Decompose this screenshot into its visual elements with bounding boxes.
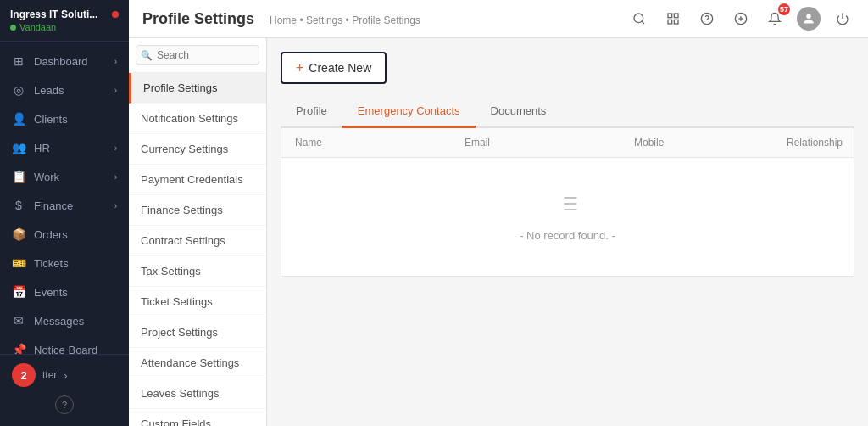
settings-item-ticket[interactable]: Ticket Settings	[129, 287, 266, 317]
chevron-icon: ›	[114, 172, 117, 182]
sidebar-item-label: Tickets	[34, 257, 69, 270]
settings-item-profile[interactable]: Profile Settings	[129, 73, 266, 104]
content-area: 🔍 Profile Settings Notification Settings…	[129, 38, 868, 426]
clients-icon: 👤	[12, 112, 25, 126]
footer-chevron: ›	[64, 369, 67, 382]
settings-item-finance[interactable]: Finance Settings	[129, 195, 266, 226]
leads-icon: ◎	[12, 83, 25, 97]
sidebar-item-noticeboard[interactable]: 📌 Notice Board	[0, 335, 129, 354]
svg-rect-3	[674, 14, 678, 18]
sidebar-item-label: HR	[34, 142, 50, 154]
grid-icon[interactable]	[661, 7, 685, 31]
settings-item-notification[interactable]: Notification Settings	[129, 104, 266, 134]
create-new-label: Create New	[309, 61, 371, 75]
sidebar-item-dashboard[interactable]: ⊞ Dashboard ›	[0, 47, 129, 76]
help-icon[interactable]: ?	[55, 395, 74, 414]
tickets-icon: 🎫	[12, 256, 25, 270]
settings-item-attendance[interactable]: Attendance Settings	[129, 348, 266, 378]
finance-icon: $	[12, 199, 25, 212]
tab-documents[interactable]: Documents	[476, 96, 562, 128]
empty-text: - No record found. -	[520, 229, 615, 242]
topbar-icons: 57	[627, 7, 854, 31]
noticeboard-icon: 📌	[12, 343, 25, 354]
sidebar-item-finance[interactable]: $ Finance ›	[0, 191, 129, 220]
online-dot	[10, 25, 16, 31]
tabs-container: Profile Emergency Contacts Documents	[281, 96, 854, 128]
settings-search-wrap: 🔍	[129, 38, 266, 73]
avatar[interactable]	[797, 7, 821, 31]
plus-icon[interactable]	[729, 7, 753, 31]
work-icon: 📋	[12, 170, 25, 183]
sidebar-item-messages[interactable]: ✉ Messages	[0, 306, 129, 335]
search-icon-small: 🔍	[141, 50, 153, 61]
table-container: Name Email Mobile Relationship Action - …	[281, 128, 854, 277]
col-mobile: Mobile	[634, 137, 787, 149]
sidebar-item-label: Work	[34, 171, 59, 183]
hr-icon: 👥	[12, 141, 25, 154]
create-new-button[interactable]: + Create New	[281, 52, 387, 84]
messages-icon: ✉	[12, 314, 25, 328]
sidebar-item-hr[interactable]: 👥 HR ›	[0, 133, 129, 162]
settings-item-tax[interactable]: Tax Settings	[129, 256, 266, 287]
notification-icon[interactable]: 57	[763, 7, 787, 31]
events-icon: 📅	[12, 285, 25, 299]
col-email: Email	[465, 137, 634, 149]
sidebar-item-events[interactable]: 📅 Events	[0, 277, 129, 306]
sidebar: Ingress IT Soluti... Vandaan ⊞ Dashboard…	[0, 0, 129, 426]
settings-sidebar: 🔍 Profile Settings Notification Settings…	[129, 38, 267, 426]
status-dot	[112, 11, 119, 18]
settings-item-contract[interactable]: Contract Settings	[129, 226, 266, 256]
sidebar-user: Vandaan	[10, 22, 119, 32]
table-header: Name Email Mobile Relationship Action	[281, 128, 854, 158]
chevron-icon: ›	[114, 143, 117, 153]
chevron-icon: ›	[114, 57, 117, 66]
app-name: Ingress IT Soluti...	[10, 8, 97, 20]
sidebar-item-tickets[interactable]: 🎫 Tickets	[0, 249, 129, 277]
col-relationship: Relationship	[787, 137, 868, 149]
sidebar-item-label: Orders	[34, 228, 68, 241]
dashboard-icon: ⊞	[12, 54, 25, 68]
help-circle-icon[interactable]	[695, 7, 719, 31]
sidebar-item-label: Clients	[34, 113, 68, 126]
sidebar-item-label: Finance	[34, 199, 73, 212]
sidebar-item-label: Leads	[34, 84, 64, 97]
power-icon[interactable]	[831, 7, 854, 31]
main-panel: + Create New Profile Emergency Contacts …	[267, 38, 868, 426]
footer-badge: 2	[12, 363, 36, 387]
empty-list-icon	[556, 192, 580, 221]
breadcrumb: Home • Settings • Profile Settings	[270, 14, 420, 26]
sidebar-footer: 2 tter ›	[0, 354, 129, 395]
settings-item-customfields[interactable]: Custom Fields	[129, 409, 266, 426]
settings-item-project[interactable]: Project Settings	[129, 317, 266, 348]
username: Vandaan	[19, 22, 56, 32]
search-icon[interactable]	[627, 7, 651, 31]
settings-item-payment[interactable]: Payment Credentials	[129, 165, 266, 195]
svg-rect-5	[674, 20, 678, 24]
sidebar-item-orders[interactable]: 📦 Orders	[0, 220, 129, 249]
settings-item-leaves[interactable]: Leaves Settings	[129, 378, 266, 409]
sidebar-nav: ⊞ Dashboard › ◎ Leads › 👤 Clients 👥 HR ›…	[0, 42, 129, 354]
notification-badge: 57	[778, 3, 790, 15]
col-name: Name	[295, 137, 465, 149]
sidebar-item-label: Events	[34, 286, 68, 299]
chevron-icon: ›	[114, 201, 117, 210]
settings-search-input[interactable]	[136, 45, 259, 65]
svg-line-1	[642, 21, 644, 24]
tab-profile[interactable]: Profile	[281, 96, 342, 128]
sidebar-item-label: Notice Board	[34, 344, 97, 354]
sidebar-item-clients[interactable]: 👤 Clients	[0, 104, 129, 133]
svg-rect-4	[668, 20, 672, 24]
svg-rect-2	[668, 14, 672, 18]
page-title: Profile Settings	[142, 10, 254, 28]
sidebar-item-leads[interactable]: ◎ Leads ›	[0, 76, 129, 104]
footer-label: tter	[42, 369, 57, 381]
svg-point-0	[634, 14, 643, 23]
chevron-icon: ›	[114, 86, 117, 95]
plus-sign: +	[296, 60, 303, 76]
settings-item-currency[interactable]: Currency Settings	[129, 134, 266, 165]
tab-emergency-contacts[interactable]: Emergency Contacts	[342, 96, 476, 128]
sidebar-item-work[interactable]: 📋 Work ›	[0, 162, 129, 191]
sidebar-item-label: Messages	[34, 315, 84, 328]
sidebar-header: Ingress IT Soluti... Vandaan	[0, 0, 129, 42]
sidebar-item-label: Dashboard	[34, 55, 88, 68]
